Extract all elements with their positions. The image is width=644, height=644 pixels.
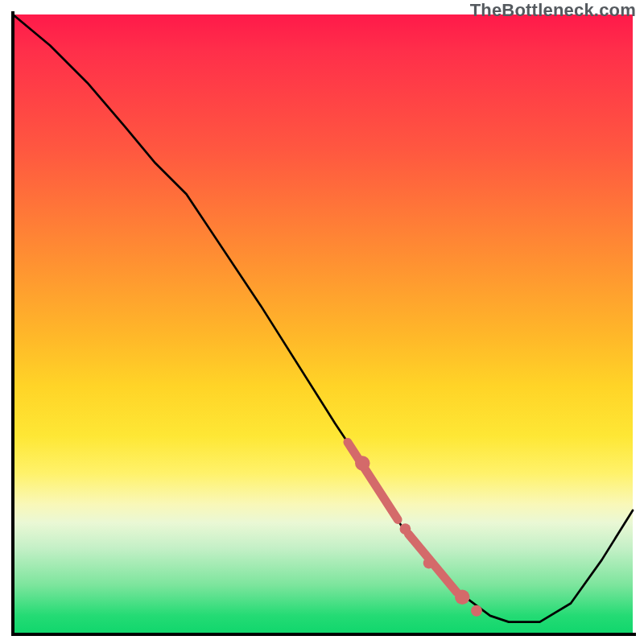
y-axis-line: [11, 11, 14, 636]
bottleneck-curve: [13, 14, 633, 622]
data-marker: [423, 558, 435, 569]
chart-stage: TheBottleneck.com: [0, 0, 644, 644]
data-marker: [399, 523, 411, 535]
watermark-text: TheBottleneck.com: [470, 0, 636, 21]
data-marker: [355, 456, 369, 470]
data-marker: [455, 590, 469, 605]
curve-layer: [13, 14, 633, 634]
data-marker: [471, 605, 482, 617]
x-axis-line: [11, 633, 636, 636]
thick-segment: [348, 442, 398, 519]
